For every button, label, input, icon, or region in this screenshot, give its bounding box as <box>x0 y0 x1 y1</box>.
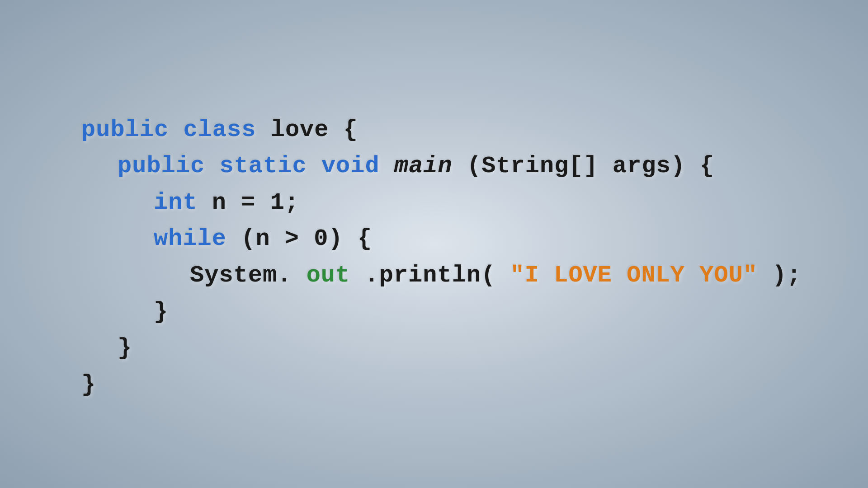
println-close: ); <box>772 262 801 289</box>
keyword-class: class <box>183 117 256 143</box>
system-prefix: System. <box>190 262 292 289</box>
line-6-brace: } <box>81 294 802 331</box>
line-7-brace: } <box>81 330 802 367</box>
println-method: .println( <box>365 262 496 289</box>
keyword-void: void <box>321 153 380 179</box>
method-params: (String[] args) { <box>467 153 715 179</box>
method-main: main <box>394 153 453 179</box>
keyword-public-2: public <box>118 153 205 179</box>
string-literal: "I LOVE ONLY YOU" <box>510 262 758 289</box>
line-3: int n = 1; <box>81 185 802 221</box>
keyword-while: while <box>154 225 226 252</box>
class-name: love { <box>271 117 358 143</box>
code-display: public class love { public static void m… <box>0 85 802 404</box>
keyword-static: static <box>219 153 307 179</box>
line-1: public class love { <box>81 112 802 149</box>
line-8-brace: } <box>81 367 802 404</box>
out-keyword: out <box>307 262 350 289</box>
line-4: while (n > 0) { <box>81 221 802 258</box>
int-declaration: n = 1; <box>212 189 299 216</box>
line-5: System. out .println( "I LOVE ONLY YOU" … <box>81 258 802 294</box>
keyword-int: int <box>154 189 198 216</box>
while-condition: (n > 0) { <box>241 225 372 252</box>
line-2: public static void main (String[] args) … <box>81 148 802 185</box>
keyword-public: public <box>81 117 169 143</box>
